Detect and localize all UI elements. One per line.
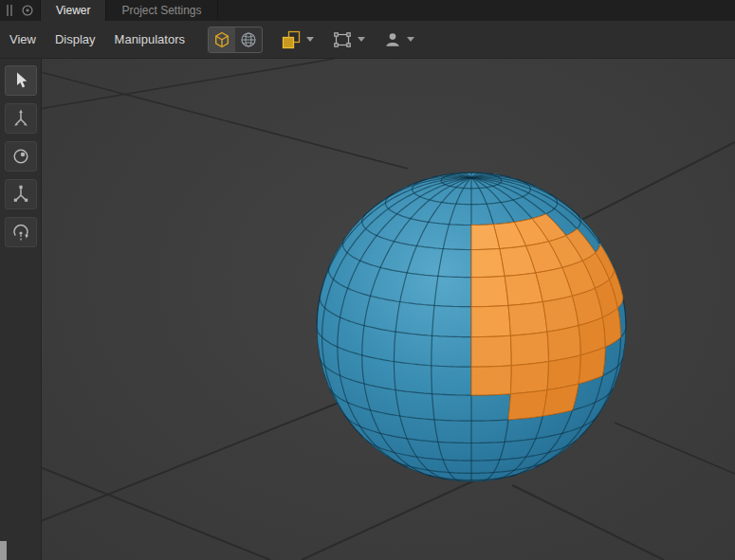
selection-marquee-button[interactable]	[333, 31, 365, 48]
shaded-display-button[interactable]	[209, 27, 235, 52]
menu-display[interactable]: Display	[46, 32, 105, 46]
dropdown-caret-icon[interactable]	[306, 37, 314, 42]
tab-project-settings-label: Project Settings	[121, 4, 201, 17]
cursor-icon	[11, 71, 30, 90]
environment-display-button[interactable]	[235, 27, 262, 52]
scale-tool-button[interactable]	[5, 179, 37, 209]
rotate-tool-button[interactable]	[5, 141, 37, 172]
panel-grip-icon[interactable]	[6, 3, 15, 18]
translate-tool-button[interactable]	[5, 103, 37, 134]
menu-view[interactable]: View	[0, 32, 46, 46]
panel-controls	[0, 0, 40, 21]
tab-strip: Viewer Project Settings	[0, 0, 735, 21]
display-mode-group	[208, 27, 263, 53]
rotate-icon	[11, 147, 30, 166]
orbit-icon	[11, 223, 30, 242]
dropdown-caret-icon[interactable]	[358, 37, 365, 42]
panel-resize-grip[interactable]	[0, 541, 7, 560]
tool-sidebar	[0, 59, 42, 560]
menu-manipulators[interactable]: Manipulators	[105, 32, 194, 46]
panel-target-icon[interactable]	[21, 4, 34, 17]
layers-mode-button[interactable]	[282, 30, 314, 49]
orbit-tool-button[interactable]	[5, 217, 37, 247]
select-tool-button[interactable]	[5, 65, 37, 96]
menu-bar: View Display Manipulators	[0, 21, 735, 59]
tab-viewer-label: Viewer	[56, 4, 90, 17]
globe-icon	[240, 31, 257, 48]
translate-icon	[11, 109, 30, 128]
marquee-icon	[333, 31, 352, 48]
person-icon	[384, 31, 401, 48]
cube-icon	[213, 31, 230, 48]
viewport-3d-canvas[interactable]	[0, 0, 735, 560]
viewer-window: Viewer Project Settings View Display Man…	[0, 0, 735, 560]
dropdown-caret-icon[interactable]	[407, 37, 414, 42]
tab-project-settings[interactable]: Project Settings	[106, 0, 217, 21]
character-display-button[interactable]	[384, 31, 414, 48]
tab-viewer[interactable]: Viewer	[40, 0, 106, 21]
scale-icon	[11, 185, 30, 204]
layers-icon	[282, 30, 301, 49]
